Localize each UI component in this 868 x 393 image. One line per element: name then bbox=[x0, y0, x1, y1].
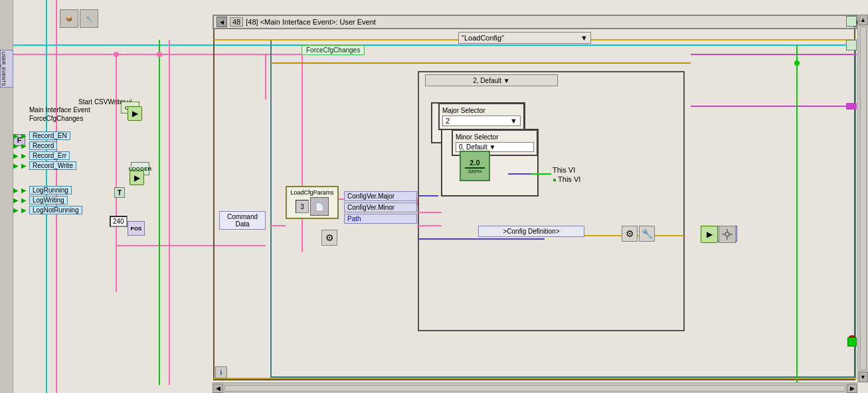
right-top-indicator bbox=[846, 16, 857, 27]
gear-icon[interactable]: ⚙ bbox=[321, 230, 337, 246]
arrow-icon6: ▶ bbox=[21, 152, 27, 159]
scroll-thumb-v[interactable] bbox=[860, 27, 867, 370]
scroll-right-btn[interactable]: ▶ bbox=[847, 384, 857, 393]
major-value: 2 bbox=[446, 117, 510, 125]
arrow-icon10: ▶ bbox=[21, 187, 27, 194]
event-tab-num: 48 bbox=[230, 17, 243, 27]
arrow-icon13: ▶ bbox=[13, 206, 19, 214]
data-label: Data bbox=[222, 220, 262, 228]
config-def-box: >Config Definition> bbox=[478, 226, 584, 237]
purple-indicator bbox=[846, 103, 857, 110]
event-bar: ◀ 48 [48] <Main Interface Event>: User E… bbox=[213, 15, 868, 29]
vi-version: 2.0 bbox=[470, 159, 479, 167]
canvas: 📦 🔧 USER_EVENTS ◀ 48 [48] <Main Interfac… bbox=[0, 0, 868, 393]
force-cfg-sub-label: ForceCfgChanges bbox=[29, 115, 83, 122]
svg-point-36 bbox=[157, 52, 162, 57]
major-selector-dropdown[interactable]: 2 ▼ bbox=[442, 116, 521, 126]
config-def-label: >Config Definition> bbox=[503, 228, 559, 235]
module-icon2[interactable]: 🔧 bbox=[80, 9, 98, 28]
dropdown-arrow: ▼ bbox=[580, 34, 588, 42]
play-button[interactable]: ▶ bbox=[128, 106, 142, 121]
svg-point-35 bbox=[114, 52, 119, 57]
loadconfig-dropdown[interactable]: "LoadConfig" ▼ bbox=[458, 32, 591, 44]
play-button2[interactable]: ▶ bbox=[130, 171, 144, 185]
this-vi-container: This VI ● This VI bbox=[553, 166, 580, 183]
minor-selector-label: Minor Selector bbox=[456, 133, 534, 141]
config-ver-major: ConfigVer.Major bbox=[344, 191, 417, 201]
record-write-item: ▶ ▶ Record_Write bbox=[13, 161, 120, 170]
log-running-item: ▶ ▶ LogRunning bbox=[13, 186, 82, 195]
scroll-down-btn[interactable]: ▼ bbox=[859, 372, 868, 382]
record-en-item: ▶ ▶ Record_EN bbox=[13, 131, 120, 140]
major-selector-label: Major Selector bbox=[442, 107, 521, 114]
this-vi-label: This VI bbox=[553, 166, 580, 174]
this-vi-indicator: ● This VI bbox=[553, 175, 580, 183]
scroll-left-btn[interactable]: ◀ bbox=[213, 384, 223, 393]
module-icon[interactable]: 📦 bbox=[60, 9, 78, 28]
arrow-icon7: ▶ bbox=[13, 162, 19, 169]
command-data-box: Command Data bbox=[219, 211, 266, 230]
vi-box: 2.0 GRPH bbox=[460, 151, 490, 181]
forcecfg-label: ForceCfgChanges bbox=[306, 46, 360, 54]
scroll-up-btn[interactable]: ▲ bbox=[859, 15, 868, 25]
log-controls: ▶ ▶ LogRunning ▶ ▶ LogWriting ▶ ▶ LogNot… bbox=[13, 186, 82, 216]
record-item: ▶ ▶ Record bbox=[13, 141, 120, 150]
svg-point-38 bbox=[725, 232, 729, 236]
arrow-icon11: ▶ bbox=[13, 196, 19, 204]
right-play-button[interactable]: ▶ bbox=[701, 226, 718, 243]
arrow-icon: ▶ bbox=[13, 132, 19, 139]
pos-icon: POS bbox=[128, 221, 145, 236]
log-not-running-item: ▶ ▶ LogNotRunning bbox=[13, 206, 82, 214]
loadconfig-label: "LoadConfig" bbox=[462, 34, 580, 42]
record-en-label: Record_EN bbox=[29, 131, 70, 140]
vi-subtitle: GRPH bbox=[468, 169, 481, 174]
vi-divider bbox=[465, 167, 485, 169]
log-not-running-label: LogNotRunning bbox=[29, 206, 82, 214]
right-mid-indicator bbox=[846, 40, 857, 50]
arrow-icon4: ▶ bbox=[21, 142, 27, 149]
this-vi-arrow: ● bbox=[553, 176, 557, 183]
info-button[interactable]: i bbox=[215, 366, 227, 378]
path-label: Path bbox=[344, 214, 417, 224]
main-interface-label: Main Interface Event bbox=[29, 106, 90, 114]
arrow-icon14: ▶ bbox=[21, 206, 27, 214]
event-icon-left: ◀ bbox=[217, 17, 227, 27]
scroll-thumb-h[interactable] bbox=[224, 385, 845, 392]
record-err-item: ▶ ▶ Record_Err bbox=[13, 151, 120, 160]
loadcfg-icon: 📄 bbox=[310, 197, 329, 216]
minor-value: 0, Default ▼ bbox=[459, 143, 531, 151]
loadcfg-num-indicator: 3 bbox=[296, 200, 309, 213]
forcecfg-node[interactable]: ForceCfgChanges bbox=[302, 45, 365, 55]
wires-overlay bbox=[0, 0, 868, 393]
green-indicator-bottom bbox=[847, 337, 857, 347]
arrow-icon3: ▶ bbox=[13, 142, 19, 149]
gear-icon-right[interactable]: ⚙ bbox=[622, 226, 638, 242]
gear-icon-right2[interactable]: 🔧 bbox=[639, 226, 655, 242]
svg-point-37 bbox=[794, 60, 800, 66]
top-icons: 📦 🔧 bbox=[60, 9, 98, 28]
arrow-icon5: ▶ bbox=[13, 152, 19, 159]
major-selector: Major Selector 2 ▼ bbox=[438, 103, 525, 130]
minor-selector: Minor Selector 0, Default ▼ 2.0 GRPH bbox=[452, 129, 538, 156]
case-header-label: 2, Default ▼ bbox=[473, 77, 509, 84]
log-writing-item: ▶ ▶ LogWriting bbox=[13, 196, 82, 204]
scrollbar-vertical[interactable]: ▲ ▼ bbox=[857, 15, 868, 382]
record-controls: ▶ ▶ Record_EN ▶ ▶ Record ▶ ▶ Record_Err … bbox=[13, 131, 120, 171]
right-settings-icon bbox=[719, 226, 736, 243]
log-running-label: LogRunning bbox=[29, 186, 72, 195]
config-outputs: ConfigVer.Major ConfigVer.Minor Path bbox=[344, 191, 417, 225]
arrow-icon9: ▶ bbox=[13, 187, 19, 194]
config-ver-minor: ConfigVer.Minor bbox=[344, 202, 417, 212]
event-title: [48] <Main Interface Event>: User Event bbox=[246, 18, 376, 26]
num-240-indicator: 240 bbox=[110, 216, 128, 227]
scrollbar-horizontal[interactable]: ◀ ▶ bbox=[213, 382, 857, 393]
arrow-icon8: ▶ bbox=[21, 162, 27, 169]
arrow-icon2: ▶ bbox=[21, 132, 27, 139]
record-label: Record bbox=[29, 141, 57, 150]
loadcfg-title: LoadCfgParams bbox=[289, 189, 335, 196]
arrow-icon12: ▶ bbox=[21, 196, 27, 204]
command-label: Command bbox=[222, 213, 262, 220]
case-header[interactable]: 2, Default ▼ bbox=[425, 74, 558, 86]
record-write-label: Record_Write bbox=[29, 161, 76, 170]
loadcfg-params-box: LoadCfgParams 3 📄 bbox=[286, 186, 339, 219]
